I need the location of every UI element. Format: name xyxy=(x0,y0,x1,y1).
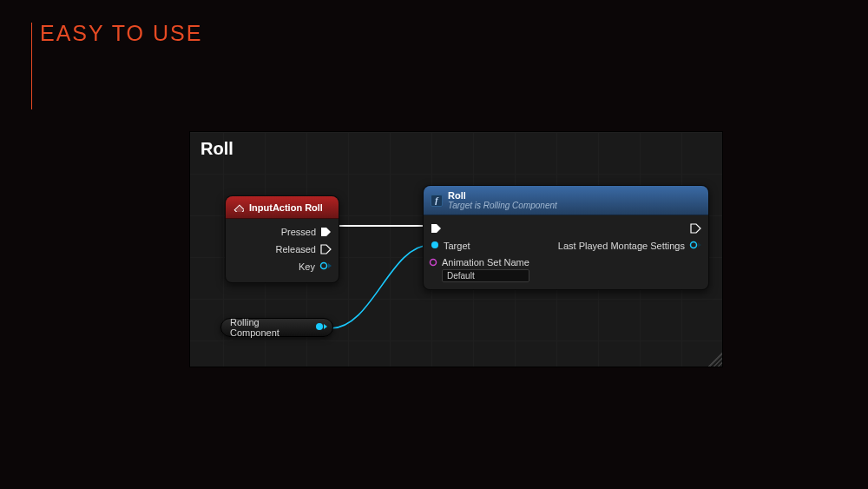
accent-line xyxy=(31,23,32,109)
name-in-icon xyxy=(429,258,437,268)
struct-out-icon xyxy=(689,241,701,251)
pin-label: Last Played Montage Settings xyxy=(558,241,685,251)
node-title: Roll xyxy=(448,190,557,201)
node-body: Target Animation Set Name Default xyxy=(424,215,708,289)
node-title: InputAction Roll xyxy=(249,202,323,213)
pin-pressed[interactable]: Pressed xyxy=(233,223,332,241)
node-input-action[interactable]: InputAction Roll Pressed Released Key xyxy=(225,195,339,283)
event-icon xyxy=(233,201,244,214)
node-body: Pressed Released Key xyxy=(226,219,339,282)
exec-out-icon xyxy=(320,244,332,254)
param-default-value[interactable]: Default xyxy=(442,269,529,282)
object-out-icon xyxy=(315,322,327,333)
node-header[interactable]: InputAction Roll xyxy=(226,196,339,219)
object-in-icon xyxy=(431,241,439,251)
svg-point-3 xyxy=(431,260,437,266)
pin-label: Animation Set Name xyxy=(442,257,529,268)
slide-title: EASY TO USE xyxy=(40,21,202,46)
svg-point-2 xyxy=(431,241,438,248)
svg-point-5 xyxy=(316,323,323,330)
svg-rect-0 xyxy=(234,205,244,212)
blueprint-graph-viewport[interactable]: Roll InputAction Roll Pressed Releas xyxy=(189,131,723,367)
data-out-icon xyxy=(319,261,332,272)
exec-out-icon xyxy=(320,227,332,237)
node-roll-function[interactable]: f Roll Target is Rolling Component Targe… xyxy=(423,185,709,290)
pin-released[interactable]: Released xyxy=(233,241,332,258)
node-variable-rolling-component[interactable]: Rolling Component xyxy=(220,318,333,337)
pin-exec-out[interactable] xyxy=(545,220,701,237)
resize-handle-icon[interactable] xyxy=(708,353,722,367)
svg-point-4 xyxy=(691,242,697,248)
graph-title: Roll xyxy=(201,139,233,159)
pin-label: Target xyxy=(444,241,470,251)
pin-label: Key xyxy=(299,261,315,272)
node-header[interactable]: f Roll Target is Rolling Component xyxy=(424,186,708,215)
svg-point-1 xyxy=(321,263,327,269)
exec-out-icon xyxy=(690,223,701,234)
node-subtitle: Target is Rolling Component xyxy=(448,201,557,210)
pin-key[interactable]: Key xyxy=(233,258,332,275)
pin-last-played[interactable]: Last Played Montage Settings xyxy=(545,237,701,254)
pin-exec-in[interactable] xyxy=(431,220,545,237)
exec-in-icon xyxy=(431,223,442,234)
function-icon: f xyxy=(431,195,443,207)
pin-target[interactable]: Target xyxy=(431,237,545,254)
pin-anim-set-name[interactable]: Animation Set Name Default xyxy=(429,257,545,282)
pin-label: Pressed xyxy=(281,227,316,237)
pin-label: Released xyxy=(276,244,316,254)
variable-label: Rolling Component xyxy=(230,317,310,338)
